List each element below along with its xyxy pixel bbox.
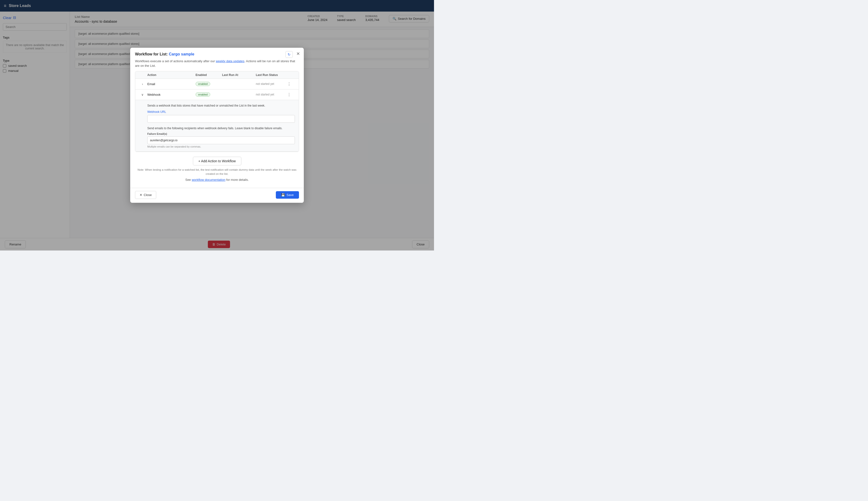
refresh-button[interactable]: ↻ [286,51,293,58]
workflow-modal: Workflow for List: Cargo sample ↻ ✕ Work… [130,48,304,203]
col-menu-header [286,73,296,77]
modal-note: Note: When testing a notification for a … [135,168,299,178]
col-last-run-header: Last Run At [222,73,256,77]
doc-line-suffix: for more details. [225,178,249,182]
description-text: Workflows execute a set of actions autom… [135,59,216,63]
webhook-last-run-status: not started yet [256,93,286,96]
refresh-icon: ↻ [288,53,291,56]
modal-description: Workflows execute a set of actions autom… [130,59,304,71]
save-label: Save [287,193,294,197]
workflow-table: Action Enabled Last Run At Last Run Stat… [135,71,299,152]
col-action-header: Action [147,73,195,77]
email-expand-icon[interactable]: › [138,82,147,86]
modal-title: Workflow for List: Cargo sample [135,52,194,56]
failure-email-sublabel: Failure Email(s) [147,132,295,135]
modal-close-x-button[interactable]: ✕ [296,51,300,56]
email-three-dots-button[interactable]: ⋮ [286,81,292,87]
weekly-data-updates-link[interactable]: weekly data updates [216,59,245,63]
email-enabled-cell: enabled [195,82,222,86]
webhook-menu-cell: ⋮ [286,92,296,97]
modal-body: Action Enabled Last Run At Last Run Stat… [130,71,304,188]
webhook-workflow-row: ∨ Webhook enabled not started yet ⋮ [135,89,299,100]
email-menu-cell: ⋮ [286,81,296,87]
email-action-name: Email [147,82,195,86]
close-x-icon: ✕ [140,193,142,197]
webhook-expanded-content: Sends a webhook that lists stores that h… [135,100,299,152]
failure-email-input[interactable] [147,137,295,144]
webhook-three-dots-button[interactable]: ⋮ [286,92,292,97]
doc-line-prefix: See [185,178,192,182]
workflow-documentation-link[interactable]: workflow documentation [192,178,225,182]
col-status-header: Last Run Status [256,73,286,77]
modal-overlay: Workflow for List: Cargo sample ↻ ✕ Work… [0,0,434,250]
col-enabled-header: Enabled [195,73,222,77]
modal-close-footer-button[interactable]: ✕ Close [135,191,156,199]
add-action-button[interactable]: + Add Action to Workflow [193,157,242,166]
webhook-url-input[interactable] [147,115,295,123]
email-enabled-badge: enabled [195,82,210,86]
workflow-table-header: Action Enabled Last Run At Last Run Stat… [135,71,299,79]
failure-email-hint: Multiple emails can be separated by comm… [147,145,295,148]
webhook-description: Sends a webhook that lists stores that h… [147,104,295,108]
close-footer-label: Close [144,193,152,197]
webhook-enabled-cell: enabled [195,92,222,97]
modal-title-prefix: Workflow for List: [135,52,169,56]
modal-title-link[interactable]: Cargo sample [169,52,194,56]
email-last-run-status: not started yet [256,82,286,86]
webhook-expand-icon[interactable]: ∨ [138,93,147,96]
email-workflow-row: › Email enabled not started yet ⋮ [135,79,299,89]
modal-footer-buttons: ✕ Close 💾 Save [130,188,304,203]
add-action-row: + Add Action to Workflow [135,156,299,168]
failure-email-description: Send emails to the following recipients … [147,126,295,130]
save-icon: 💾 [281,193,285,197]
col-expand-header [138,73,147,77]
modal-save-button[interactable]: 💾 Save [276,191,299,199]
modal-doc-line: See workflow documentation for more deta… [135,178,299,185]
webhook-action-name: Webhook [147,93,195,96]
webhook-enabled-badge: enabled [195,92,210,97]
webhook-url-label: Webhook URL [147,110,295,114]
modal-header: Workflow for List: Cargo sample ↻ ✕ [130,48,304,59]
